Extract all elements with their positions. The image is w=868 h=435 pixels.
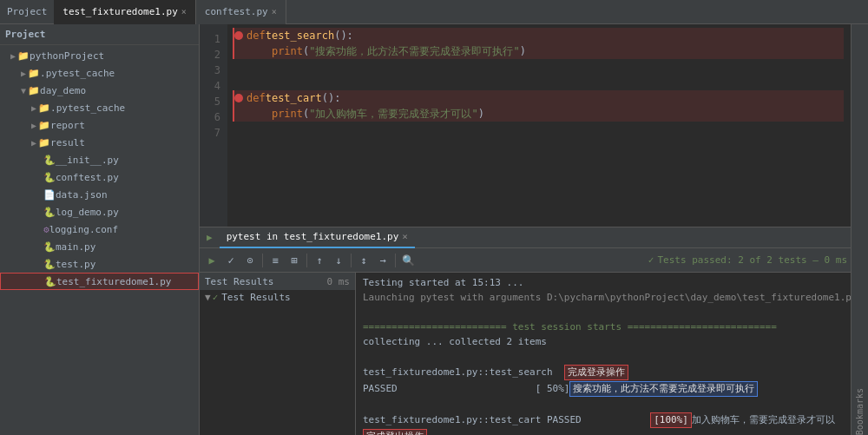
tree-label: conftest.py — [56, 172, 119, 183]
top-bar: Project test_fixturedome1.py × conftest.… — [0, 0, 868, 24]
output-area: Testing started at 15:13 ... Launching p… — [356, 273, 851, 435]
py-icon: 🐍 — [43, 155, 56, 166]
run-up-button[interactable]: ↑ — [311, 252, 328, 269]
tree-item-report[interactable]: ▶ 📁 report — [0, 116, 199, 134]
tree-item-pytest-cache-root[interactable]: ▶ 📁 .pytest_cache — [0, 64, 199, 82]
line-num-6: 6 — [200, 109, 220, 125]
output-line-test-cart: test_fixturedome1.py::test_cart PASSED [… — [363, 412, 844, 428]
code-text-6: print("加入购物车，需要完成登录才可以") — [247, 106, 484, 122]
tree-item-pythonproject[interactable]: ▶ 📁 pythonProject — [0, 47, 199, 64]
code-line-5: def test_cart (): — [233, 90, 844, 106]
py-icon: 🐍 — [43, 241, 56, 253]
test-results-label: Test Results — [205, 276, 273, 287]
tree-item-result[interactable]: ▶ 📁 result — [0, 134, 199, 151]
test-result-root[interactable]: ▼ ✓ Test Results — [200, 290, 355, 305]
fn-name-1: test_search — [266, 28, 334, 43]
run-stop-button[interactable]: ⊙ — [241, 252, 259, 269]
bookmarks-strip: Bookmarks — [851, 24, 868, 435]
sidebar-title: Project — [5, 29, 45, 40]
result-label: Test Results — [221, 292, 290, 303]
run-panel: ▶ pytest in test_fixturedome1.py × ▶ ✓ ⊙… — [200, 227, 851, 435]
tree-item-main[interactable]: 🐍 main.py — [0, 238, 199, 255]
run-indent-button[interactable]: → — [374, 252, 391, 269]
run-tab-close[interactable]: × — [402, 231, 408, 242]
folder-icon: 📁 — [28, 68, 40, 79]
tree-item-conftest[interactable]: 🐍 conftest.py — [0, 168, 199, 186]
kw-def-5: def — [247, 90, 266, 106]
tree-label: report — [50, 120, 85, 131]
passed-badge: ✓ Tests passed: 2 of 2 tests – 0 ms — [648, 254, 847, 266]
arrow-icon: ▶ — [31, 103, 36, 113]
tree-item-data-json[interactable]: 📄 data.json — [0, 186, 199, 203]
test-results-time: 0 ms — [327, 276, 351, 287]
breakpoint-icon-5 — [234, 94, 243, 102]
run-toolbar: ▶ ✓ ⊙ ≡ ⊞ ↑ ↓ ↕ → 🔍 ✓ Tests passed: 2 of… — [200, 248, 851, 273]
paren-1: (): — [334, 28, 353, 43]
tree-label: day_demo — [40, 85, 86, 96]
line-num-4: 4 — [200, 78, 220, 94]
project-tree: ▶ 📁 pythonProject ▶ 📁 .pytest_cache ▼ 📁 … — [0, 45, 199, 435]
run-sort-button[interactable]: ≡ — [266, 252, 284, 269]
tree-label: .pytest_cache — [50, 102, 125, 114]
output-line-3 — [363, 306, 844, 320]
tree-item-log-demo[interactable]: 🐍 log_demo.py — [0, 203, 199, 221]
run-expand-button[interactable]: ⊞ — [286, 252, 303, 269]
highlight-search-func: 搜索功能，此方法不需要完成登录即可执行 — [569, 381, 758, 397]
arrow-icon: ▶ — [31, 121, 36, 130]
run-down-button[interactable]: ↓ — [330, 252, 347, 269]
json-icon: 📄 — [43, 189, 56, 201]
tree-label: .pytest_cache — [40, 68, 115, 79]
run-wrap-button[interactable]: ↕ — [355, 252, 372, 269]
tree-label: test.py — [56, 259, 95, 270]
folder-icon: 📁 — [38, 102, 50, 114]
output-line-test-search: test_fixturedome1.py::test_search 完成登录操作 — [363, 365, 844, 380]
output-line-1: Testing started at 15:13 ... — [363, 276, 844, 290]
passed-text: Tests passed: 2 of 2 tests – 0 ms — [657, 254, 847, 266]
run-play-button[interactable]: ▶ — [203, 252, 220, 269]
py-icon: 🐍 — [43, 172, 56, 183]
tab-fixturedome1-close[interactable]: × — [181, 7, 187, 16]
tree-item-test[interactable]: 🐍 test.py — [0, 255, 199, 273]
tree-item-pytest-cache[interactable]: ▶ 📁 .pytest_cache — [0, 99, 199, 116]
line-num-7: 7 — [200, 125, 220, 141]
output-line-2: Launching pytest with arguments D:\pycha… — [363, 291, 844, 305]
line-numbers: 1 2 3 4 5 6 7 — [200, 24, 227, 227]
tab-fixturedome1[interactable]: test_fixturedome1.py × — [54, 0, 195, 24]
project-label: Project — [7, 6, 47, 17]
line-num-5: 5 — [200, 94, 220, 109]
run-header: ▶ pytest in test_fixturedome1.py × — [200, 227, 851, 248]
arrow-icon: ▶ — [10, 51, 16, 61]
tree-item-logging-conf[interactable]: ⚙ logging.conf — [0, 221, 199, 238]
line-num-3: 3 — [200, 63, 220, 78]
fn-name-5: test_cart — [266, 90, 322, 106]
code-line-6: print("加入购物车，需要完成登录才可以") — [233, 106, 844, 122]
editor-run-area: 1 2 3 4 5 6 7 def test_search (): — [200, 24, 851, 435]
tree-item-init[interactable]: 🐍 __init__.py — [0, 151, 199, 168]
code-line-2: print("搜索功能，此方法不需要完成登录即可执行") — [233, 43, 844, 59]
highlight-logout: 完成登出操作 — [363, 429, 427, 435]
output-line-divider1: ========================= test session s… — [363, 320, 844, 334]
toolbar-separator-4 — [395, 254, 396, 267]
tab-conftest-label: conftest.py — [205, 6, 268, 17]
highlight-login: 完成登录操作 — [564, 365, 628, 380]
folder-icon: 📁 — [38, 120, 50, 131]
run-body: Test Results 0 ms ▼ ✓ Test Results Testi… — [200, 273, 851, 435]
run-tab-pytest[interactable]: pytest in test_fixturedome1.py × — [220, 227, 415, 248]
tree-item-day-demo[interactable]: ▼ 📁 day_demo — [0, 82, 199, 99]
result-check-icon: ✓ — [213, 292, 219, 303]
highlight-100pct: [100%] — [650, 412, 692, 428]
output-line-logout: 完成登出操作 — [363, 429, 844, 435]
conf-icon: ⚙ — [43, 224, 49, 235]
kw-def-1: def — [247, 28, 266, 43]
bookmarks-label[interactable]: Bookmarks — [855, 388, 865, 435]
toolbar-separator-3 — [351, 254, 352, 267]
toolbar-separator-1 — [262, 254, 263, 267]
tree-item-fixturedome1[interactable]: 🐍 test_fixturedome1.py — [0, 273, 199, 290]
py-icon: 🐍 — [44, 276, 56, 287]
tab-conftest[interactable]: conftest.py × — [196, 0, 286, 24]
run-check-button[interactable]: ✓ — [222, 252, 240, 269]
tab-conftest-close[interactable]: × — [272, 7, 277, 16]
line-num-1: 1 — [200, 31, 220, 47]
line-num-2: 2 — [200, 47, 220, 63]
run-search-button[interactable]: 🔍 — [399, 252, 417, 269]
